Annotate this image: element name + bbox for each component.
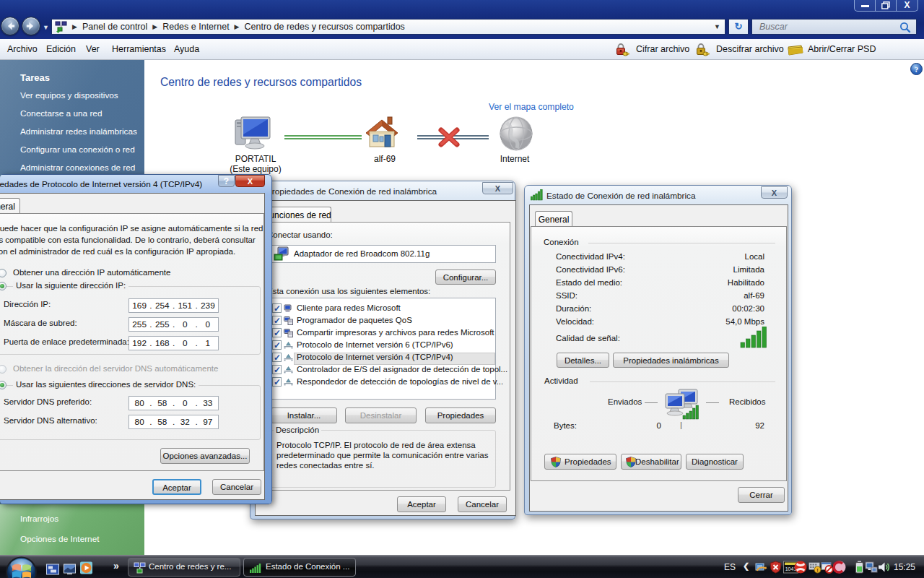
svg-text:?: ? [915,65,919,74]
svg-text:!: ! [816,567,819,574]
